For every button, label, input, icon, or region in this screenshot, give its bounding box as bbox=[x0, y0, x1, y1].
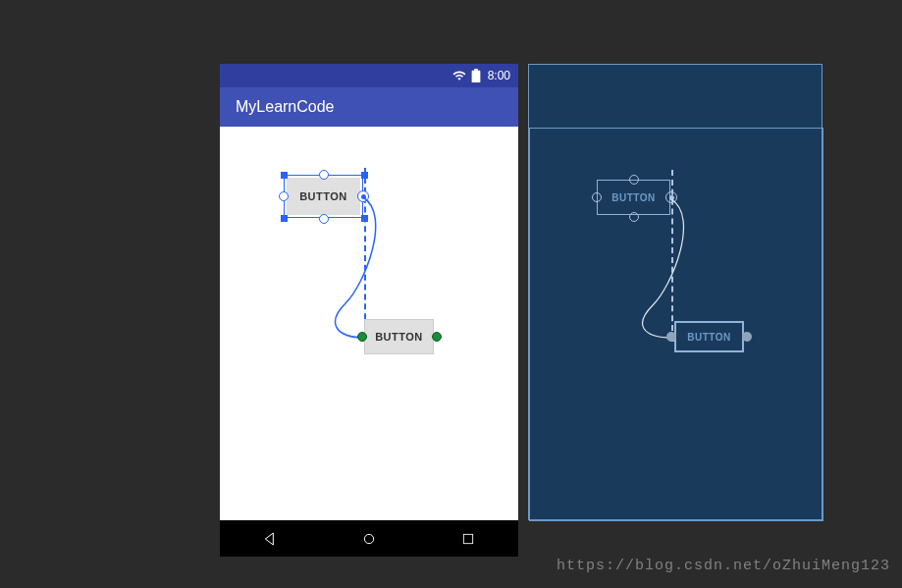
button-label: BUTTON bbox=[611, 192, 655, 203]
button-widget-1-bp[interactable]: BUTTON bbox=[597, 180, 670, 215]
button-label: BUTTON bbox=[687, 332, 730, 343]
constraint-anchor-bottom-bp[interactable] bbox=[629, 212, 639, 222]
svg-point-1 bbox=[364, 534, 373, 543]
battery-icon bbox=[469, 69, 483, 82]
design-preview-pane[interactable]: 8:00 MyLearnCode BUTTON bbox=[220, 64, 518, 557]
constraint-anchor-top[interactable] bbox=[319, 170, 329, 180]
resize-handle-tr[interactable] bbox=[361, 172, 368, 179]
blueprint-content-area[interactable]: BUTTON BUTTON bbox=[529, 128, 823, 521]
constraint-anchor-bottom[interactable] bbox=[319, 214, 329, 224]
selection-outline bbox=[284, 175, 363, 218]
app-title: MyLearnCode bbox=[236, 98, 335, 116]
constraint-anchor-top-bp[interactable] bbox=[629, 175, 639, 185]
preview-content-area[interactable]: BUTTON BUTTON bbox=[220, 127, 518, 520]
back-icon[interactable] bbox=[260, 529, 280, 549]
home-icon[interactable] bbox=[359, 529, 379, 549]
wifi-icon bbox=[452, 69, 466, 82]
button-widget-2[interactable]: BUTTON bbox=[364, 319, 434, 354]
android-nav-bar bbox=[220, 520, 518, 557]
button-label: BUTTON bbox=[375, 331, 423, 343]
constraint-anchor-left-b2[interactable] bbox=[357, 332, 367, 342]
svg-rect-2 bbox=[464, 534, 473, 543]
resize-handle-bl[interactable] bbox=[281, 215, 288, 222]
button-widget-2-bp[interactable]: BUTTON bbox=[674, 321, 744, 352]
constraint-anchor-left-bp[interactable] bbox=[592, 192, 602, 202]
recent-icon[interactable] bbox=[458, 529, 478, 549]
constraint-anchor-left-b2-bp[interactable] bbox=[666, 332, 676, 342]
resize-handle-tl[interactable] bbox=[281, 172, 288, 179]
constraint-anchor-left[interactable] bbox=[279, 191, 289, 201]
app-bar: MyLearnCode bbox=[220, 87, 518, 127]
constraint-anchor-right-b2-bp[interactable] bbox=[742, 332, 752, 342]
blueprint-pane[interactable]: BUTTON BUTTON bbox=[528, 64, 822, 520]
status-time: 8:00 bbox=[488, 69, 510, 82]
watermark-text: https://blog.csdn.net/oZhuiMeng123 bbox=[557, 558, 890, 574]
resize-handle-br[interactable] bbox=[361, 215, 368, 222]
layout-editor-canvas[interactable]: 8:00 MyLearnCode BUTTON bbox=[220, 64, 822, 557]
constraint-anchor-right[interactable] bbox=[357, 190, 369, 202]
constraint-anchor-right-bp[interactable] bbox=[665, 191, 677, 203]
android-status-bar: 8:00 bbox=[220, 64, 518, 87]
constraint-anchor-right-b2[interactable] bbox=[432, 332, 442, 342]
